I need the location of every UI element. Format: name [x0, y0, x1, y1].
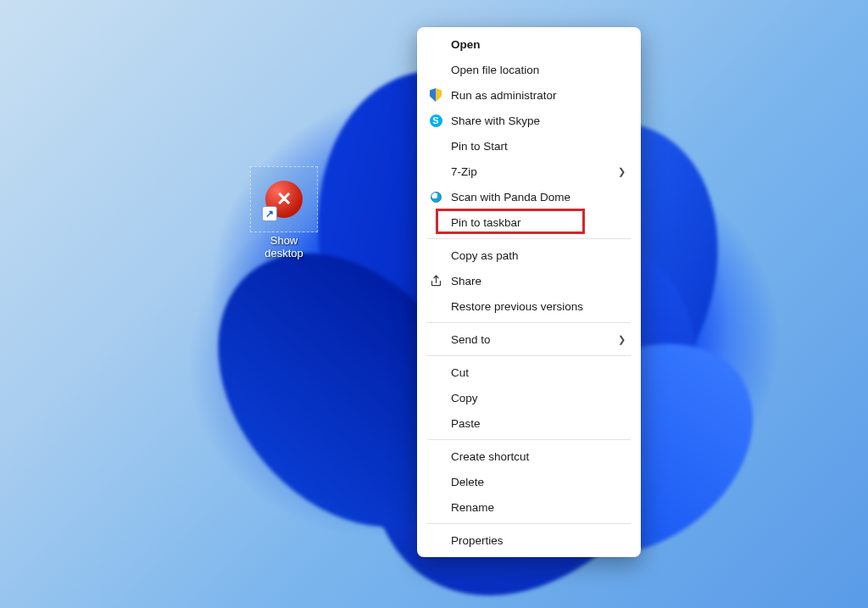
- menu-item-send-to[interactable]: Send to ❯: [420, 326, 637, 352]
- menu-item-7zip[interactable]: 7-Zip ❯: [420, 159, 637, 184]
- menu-item-copy[interactable]: Copy: [420, 385, 637, 410]
- menu-item-delete[interactable]: Delete: [420, 469, 637, 494]
- chevron-right-icon: ❯: [618, 166, 626, 177]
- menu-separator: [427, 238, 631, 239]
- menu-item-run-as-administrator[interactable]: Run as administrator: [420, 82, 637, 108]
- show-desktop-icon: ↗: [265, 181, 303, 218]
- shortcut-arrow-overlay-icon: ↗: [262, 206, 277, 221]
- menu-item-open[interactable]: Open: [420, 31, 637, 57]
- panda-dome-icon: [429, 190, 442, 204]
- desktop-shortcut-show-desktop[interactable]: ↗ Show desktop: [250, 166, 318, 259]
- menu-item-pin-to-taskbar[interactable]: Pin to taskbar: [420, 209, 637, 235]
- menu-separator: [427, 322, 631, 323]
- menu-item-open-file-location[interactable]: Open file location: [420, 57, 637, 82]
- menu-item-pin-to-start[interactable]: Pin to Start: [420, 133, 637, 159]
- menu-item-scan-panda-dome[interactable]: Scan with Panda Dome: [420, 184, 637, 209]
- menu-separator: [427, 439, 631, 440]
- menu-separator: [427, 355, 631, 356]
- menu-item-create-shortcut[interactable]: Create shortcut: [420, 443, 637, 469]
- desktop-shortcut-label: Show desktop: [250, 234, 318, 259]
- share-icon: [429, 274, 442, 287]
- chevron-right-icon: ❯: [618, 334, 626, 345]
- skype-icon: S: [429, 114, 442, 127]
- menu-item-paste[interactable]: Paste: [420, 410, 637, 436]
- menu-item-copy-as-path[interactable]: Copy as path: [420, 243, 637, 268]
- desktop-shortcut-selection: ↗: [250, 166, 318, 232]
- menu-item-restore-previous-versions[interactable]: Restore previous versions: [420, 293, 637, 319]
- context-menu: Open Open file location Run as administr…: [417, 27, 641, 557]
- menu-item-rename[interactable]: Rename: [420, 494, 637, 520]
- menu-item-share[interactable]: Share: [420, 268, 637, 293]
- menu-separator: [427, 523, 631, 524]
- menu-item-cut[interactable]: Cut: [420, 360, 637, 385]
- menu-item-share-with-skype[interactable]: S Share with Skype: [420, 108, 637, 133]
- shield-icon: [429, 88, 442, 102]
- menu-item-properties[interactable]: Properties: [420, 527, 637, 553]
